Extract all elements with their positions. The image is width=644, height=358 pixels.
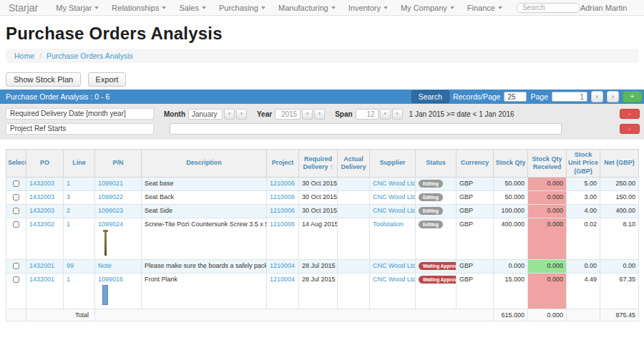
line-link[interactable]: 2 xyxy=(67,207,70,214)
user-menu[interactable]: Adrian Martin xyxy=(580,4,627,12)
month-input[interactable] xyxy=(188,109,223,120)
column-header-line[interactable]: Line xyxy=(64,150,95,178)
project-link[interactable]: 1210006 xyxy=(270,221,295,228)
span-label: Span xyxy=(335,110,352,118)
brand-logo[interactable]: Starjar xyxy=(9,2,38,14)
year-input[interactable] xyxy=(275,109,301,120)
chevron-down-icon xyxy=(331,6,336,9)
nav-menu-manufacturing[interactable]: Manufacturing xyxy=(272,0,342,15)
supplier-link[interactable]: CNC Wood Ltd xyxy=(373,193,416,200)
po-link[interactable]: 1432003 xyxy=(29,180,54,187)
part-number-link[interactable]: 1099022 xyxy=(98,193,123,200)
line-link[interactable]: 3 xyxy=(67,193,70,200)
column-header-status[interactable]: Status xyxy=(416,150,457,178)
row-select-checkbox[interactable] xyxy=(13,276,19,283)
column-header-stock-qty-received[interactable]: Stock Qty Received xyxy=(528,150,567,178)
po-cell: 1432003 xyxy=(26,177,64,190)
year-next-button[interactable]: › xyxy=(314,109,325,120)
supplier-link[interactable]: CNC Wood Ltd xyxy=(373,262,416,269)
project-link[interactable]: 1210004 xyxy=(270,262,295,269)
line-cell: 1 xyxy=(64,218,95,259)
page-number-input[interactable] xyxy=(552,92,587,102)
project-ref-input[interactable] xyxy=(170,123,562,135)
column-header-supplier[interactable]: Supplier xyxy=(370,150,416,178)
column-header-description[interactable]: Description xyxy=(142,150,267,178)
row-select-checkbox[interactable] xyxy=(13,194,19,200)
span-prev-button[interactable]: ‹ xyxy=(380,109,391,120)
nav-menu-inventory[interactable]: Inventory xyxy=(342,0,394,15)
delivery-date-filter-field[interactable]: Required Delivery Date [month year] xyxy=(6,108,154,120)
nav-menu-purchasing[interactable]: Purchasing xyxy=(213,0,272,15)
month-prev-button[interactable]: ‹ xyxy=(224,109,235,120)
stock-qty-cell: 100.000 xyxy=(494,204,528,218)
po-link[interactable]: 1432002 xyxy=(29,221,54,228)
line-link[interactable]: 1 xyxy=(67,276,70,283)
po-link[interactable]: 1432003 xyxy=(29,193,54,200)
part-number-link[interactable]: 1099024 xyxy=(98,221,123,228)
remove-project-filter-button[interactable]: - xyxy=(620,124,640,134)
supplier-link[interactable]: CNC Wood Ltd xyxy=(373,276,416,283)
year-prev-button[interactable]: ‹ xyxy=(302,109,313,120)
breadcrumb-home[interactable]: Home xyxy=(14,52,34,60)
column-header-actual-delivery[interactable]: Actual Delivery xyxy=(338,150,370,178)
add-filter-button[interactable]: + xyxy=(623,91,642,102)
column-header-select[interactable]: Select xyxy=(6,150,26,178)
row-select-checkbox[interactable] xyxy=(13,221,19,228)
nav-menu-my-starjar[interactable]: My Starjar xyxy=(49,0,105,15)
part-number-cell: Note xyxy=(95,259,142,273)
project-link[interactable]: 1210006 xyxy=(270,207,295,214)
export-button[interactable]: Export xyxy=(88,72,127,87)
currency-cell: GBP xyxy=(457,190,494,204)
span-input[interactable] xyxy=(356,109,379,120)
row-select-checkbox[interactable] xyxy=(13,180,19,187)
po-link[interactable]: 1432001 xyxy=(29,262,54,269)
supplier-link[interactable]: CNC Wood Ltd xyxy=(373,180,416,187)
row-select-checkbox[interactable] xyxy=(13,263,19,269)
actual-delivery-cell xyxy=(338,273,370,309)
supplier-link[interactable]: CNC Wood Ltd xyxy=(373,207,416,214)
line-link[interactable]: 99 xyxy=(67,262,74,269)
month-next-button[interactable]: › xyxy=(236,109,247,120)
nav-menu-sales[interactable]: Sales xyxy=(172,0,213,15)
panel-search-button[interactable]: Search xyxy=(411,90,449,103)
column-header-stock-unit-price[interactable]: Stock Unit Price (GBP) xyxy=(567,150,600,178)
span-next-button[interactable]: › xyxy=(392,109,403,120)
column-header-required-delivery[interactable]: Required Delivery ↑ xyxy=(299,150,338,178)
column-header-net[interactable]: Net (GBP) xyxy=(600,150,639,178)
supplier-link[interactable]: Toolstation xyxy=(373,221,404,228)
column-header-currency[interactable]: Currency xyxy=(457,150,494,178)
line-link[interactable]: 1 xyxy=(67,180,70,187)
project-cell: 1210006 xyxy=(267,177,299,190)
records-per-page-input[interactable] xyxy=(504,92,527,102)
table-row: 143200199NotePlease make sure the boards… xyxy=(6,259,639,273)
date-range-summary: 1 Jan 2015 >= date < 1 Jan 2016 xyxy=(409,110,514,118)
column-header-project[interactable]: Project xyxy=(267,150,299,178)
part-number-link[interactable]: Note xyxy=(98,262,112,269)
part-number-link[interactable]: 1099021 xyxy=(98,180,123,187)
column-header-stock-qty[interactable]: Stock Qty xyxy=(494,150,528,178)
remove-delivery-filter-button[interactable]: - xyxy=(620,109,640,119)
line-link[interactable]: 1 xyxy=(67,221,70,228)
next-page-button[interactable]: › xyxy=(607,91,619,102)
nav-menu-relationships[interactable]: Relationships xyxy=(105,0,172,15)
po-link[interactable]: 1432003 xyxy=(29,207,54,214)
net-cell: 0.00 xyxy=(600,259,639,273)
project-link[interactable]: 1210006 xyxy=(270,193,295,200)
column-header-pn[interactable]: P/N xyxy=(95,150,142,178)
po-link[interactable]: 1432001 xyxy=(29,276,54,283)
project-ref-filter-field[interactable]: Project Ref Starts xyxy=(6,123,154,135)
part-number-link[interactable]: 1099016 xyxy=(98,276,123,283)
column-header-po[interactable]: PO xyxy=(26,150,64,178)
row-select-checkbox[interactable] xyxy=(13,208,19,214)
nav-search-input[interactable] xyxy=(516,3,580,13)
project-link[interactable]: 1210004 xyxy=(270,276,295,283)
project-link[interactable]: 1210006 xyxy=(270,180,295,187)
status-badge: Editing xyxy=(419,193,443,201)
previous-page-button[interactable]: ‹ xyxy=(591,91,603,102)
project-cell: 1210004 xyxy=(267,259,299,273)
nav-menu-my-company[interactable]: My Company xyxy=(394,0,461,15)
show-stock-plan-button[interactable]: Show Stock Plan xyxy=(6,72,81,87)
part-number-link[interactable]: 1099023 xyxy=(98,207,123,214)
breadcrumb-current[interactable]: Purchase Orders Analysis xyxy=(47,52,133,60)
nav-menu-finance[interactable]: Finance xyxy=(461,0,509,15)
